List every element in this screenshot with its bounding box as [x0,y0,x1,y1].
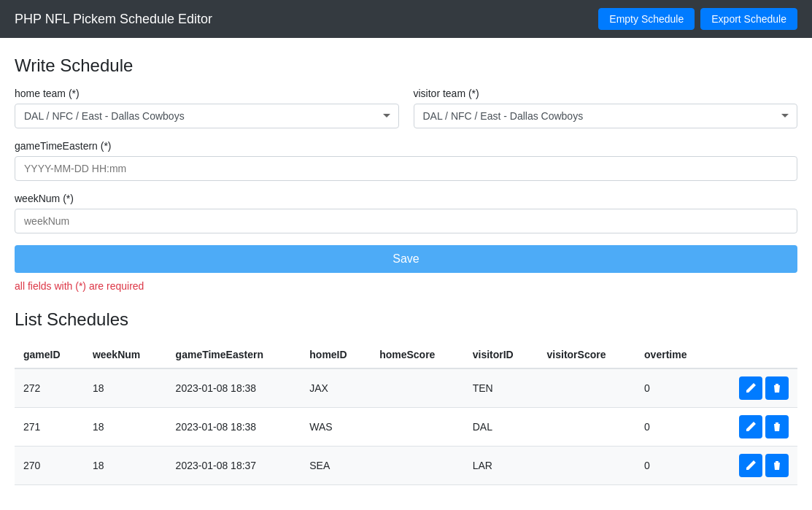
table-cell: 18 [84,368,167,408]
table-cell [538,368,636,408]
table-cell [371,447,464,485]
table-cell: 0 [635,447,712,485]
visitor-team-label: visitor team (*) [414,88,798,99]
table-header: gameID weekNum gameTimeEastern homeID ho… [15,341,797,368]
action-cell [712,408,797,447]
table-cell: TEN [464,368,538,408]
table-row: 271182023-01-08 18:38WASDAL0 [15,408,797,447]
game-time-group: gameTimeEastern (*) [15,140,797,181]
delete-button[interactable] [765,454,789,477]
edit-button[interactable] [739,415,762,438]
table-cell: 270 [15,447,84,485]
visitor-team-group: visitor team (*) DAL / NFC / East - Dall… [414,88,798,128]
week-num-label: weekNum (*) [15,193,797,204]
delete-button[interactable] [765,415,789,438]
app-title: PHP NFL Pickem Schedule Editor [15,12,212,27]
col-game-id: gameID [15,341,84,368]
table-body: 272182023-01-08 18:38JAXTEN0 271182023-0… [15,368,797,485]
table-cell: SEA [301,447,371,485]
table-cell: 2023-01-08 18:37 [167,447,301,485]
table-cell: 272 [15,368,84,408]
export-schedule-button[interactable]: Export Schedule [700,8,797,30]
app-header: PHP NFL Pickem Schedule Editor Empty Sch… [0,0,812,38]
game-time-input[interactable] [15,156,797,181]
main-content: Write Schedule home team (*) DAL / NFC /… [0,38,812,503]
col-game-time-eastern: gameTimeEastern [167,341,301,368]
delete-button[interactable] [765,376,789,400]
col-week-num: weekNum [84,341,167,368]
table-cell: JAX [301,368,371,408]
col-actions [712,341,797,368]
table-cell [371,368,464,408]
table-cell: LAR [464,447,538,485]
col-visitor-id: visitorID [464,341,538,368]
table-header-row: gameID weekNum gameTimeEastern homeID ho… [15,341,797,368]
edit-button[interactable] [739,454,762,477]
write-schedule-title: Write Schedule [15,55,797,76]
table-cell: 18 [84,408,167,447]
table-cell [538,408,636,447]
edit-button[interactable] [739,376,762,400]
week-num-group: weekNum (*) [15,193,797,233]
team-selects-row: home team (*) DAL / NFC / East - Dallas … [15,88,797,128]
table-cell: DAL [464,408,538,447]
table-cell [538,447,636,485]
table-cell: 2023-01-08 18:38 [167,408,301,447]
list-schedules-title: List Schedules [15,309,797,330]
action-cell [712,368,797,408]
home-team-group: home team (*) DAL / NFC / East - Dallas … [15,88,399,128]
table-cell: 0 [635,408,712,447]
schedules-table: gameID weekNum gameTimeEastern homeID ho… [15,341,797,485]
game-time-label: gameTimeEastern (*) [15,140,797,152]
week-num-input[interactable] [15,209,797,233]
table-cell: 2023-01-08 18:38 [167,368,301,408]
header-actions: Empty Schedule Export Schedule [598,8,797,30]
empty-schedule-button[interactable]: Empty Schedule [598,8,695,30]
table-cell [371,408,464,447]
save-button[interactable]: Save [15,245,797,273]
col-home-id: homeID [301,341,371,368]
table-row: 272182023-01-08 18:38JAXTEN0 [15,368,797,408]
col-overtime: overtime [635,341,712,368]
list-schedules-section: List Schedules gameID weekNum gameTimeEa… [15,309,797,485]
action-cell [712,447,797,485]
home-team-label: home team (*) [15,88,399,99]
table-cell: WAS [301,408,371,447]
table-cell: 271 [15,408,84,447]
col-visitor-score: visitorScore [538,341,636,368]
col-home-score: homeScore [371,341,464,368]
table-cell: 18 [84,447,167,485]
table-cell: 0 [635,368,712,408]
visitor-team-select[interactable]: DAL / NFC / East - Dallas CowboysPHI / N… [414,104,798,128]
home-team-select[interactable]: DAL / NFC / East - Dallas CowboysPHI / N… [15,104,399,128]
required-note: all fields with (*) are required [15,280,797,292]
table-row: 270182023-01-08 18:37SEALAR0 [15,447,797,485]
